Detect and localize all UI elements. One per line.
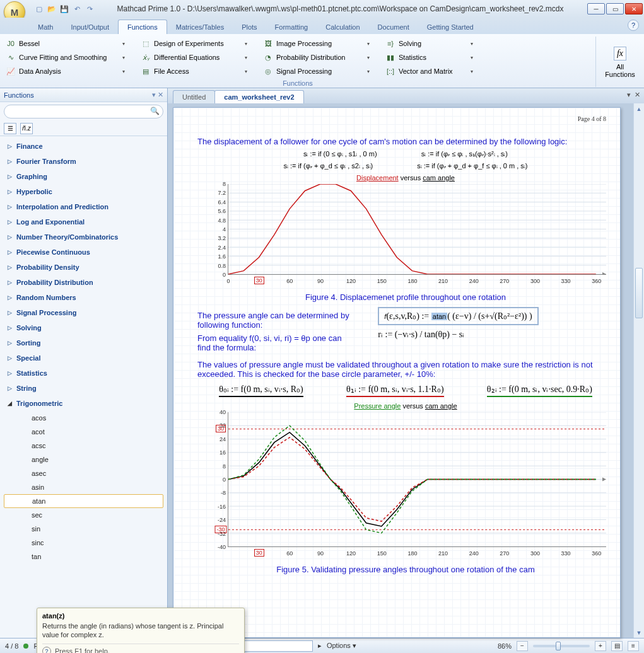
maximize-button[interactable]: ▭ — [606, 3, 624, 14]
function-tan[interactable]: tan — [0, 550, 167, 563]
category-trigonometric[interactable]: ◢Trigonometric — [0, 396, 167, 411]
zoom-slider[interactable] — [533, 645, 590, 647]
view-draft-icon[interactable]: ≡ — [628, 641, 639, 651]
ribbon-image-processing[interactable]: 🖼Image Processing▾ — [262, 37, 370, 50]
chart2-title: Pressure angle versus cam angle — [197, 402, 614, 410]
ribbon-tab-calculation[interactable]: Calculation — [317, 20, 368, 34]
filter-alpha-icon[interactable]: ñ.z — [20, 123, 33, 134]
function-angle[interactable]: angle — [0, 453, 167, 466]
function-search-input[interactable] — [4, 105, 163, 118]
ribbon-all-functions[interactable]: fx All Functions — [601, 37, 639, 88]
function-tooltip: atan(z) Returns the angle (in radians) w… — [37, 608, 245, 653]
ribbon-bessel[interactable]: J0Bessel▾ — [5, 37, 125, 50]
ribbon-tab-formatting[interactable]: Formatting — [266, 20, 317, 34]
minimize-button[interactable]: ─ — [587, 3, 605, 14]
window-title: Mathcad Prime 1.0 - D:\Users\mawalker\.w… — [95, 4, 586, 13]
diffeq-icon: ẋᵧ — [140, 52, 151, 63]
qat-save-icon[interactable]: 💾 — [59, 4, 69, 14]
ribbon-tab-plots[interactable]: Plots — [233, 20, 266, 34]
ribbon-file-access[interactable]: ▤File Access▾ — [140, 64, 247, 78]
doc-tab-camworksheetrev2[interactable]: cam_worksheet_rev2 — [214, 90, 303, 103]
function-asin[interactable]: asin — [0, 480, 167, 494]
category-probabilitydensity[interactable]: ▷Probability Density — [0, 260, 167, 275]
function-sinc[interactable]: sinc — [0, 536, 167, 550]
function-asec[interactable]: asec — [0, 466, 167, 480]
function-sec[interactable]: sec — [0, 508, 167, 522]
category-special[interactable]: ▷Special — [0, 350, 167, 366]
solving-icon: ≡} — [385, 38, 396, 49]
options-dropdown[interactable]: Options ▾ — [327, 642, 356, 650]
filter-list-icon[interactable]: ☰ — [4, 123, 16, 134]
category-solving[interactable]: ▷Solving — [0, 320, 167, 335]
sidepanel-title: Functions — [4, 91, 34, 99]
close-button[interactable]: ✕ — [625, 3, 643, 14]
ribbon-diffeq[interactable]: ẋᵧDifferential Equations▾ — [140, 50, 247, 64]
ribbon-curve-fitting[interactable]: ∿Curve Fitting and Smoothing▾ — [5, 50, 125, 64]
ribbon-statistics[interactable]: ▮▮Statistics▾ — [385, 50, 473, 64]
ribbon-tab-document[interactable]: Document — [369, 20, 418, 34]
category-randomnumbers[interactable]: ▷Random Numbers — [0, 290, 167, 305]
category-string[interactable]: ▷String — [0, 381, 167, 396]
category-fouriertransform[interactable]: ▷Fourier Transform — [0, 154, 167, 169]
ribbon-tab-math[interactable]: Math — [29, 20, 62, 34]
ribbon-data-analysis[interactable]: 📈Data Analysis▾ — [5, 64, 125, 78]
zoom-out-button[interactable]: − — [517, 641, 528, 651]
zoom-in-button[interactable]: + — [595, 641, 606, 651]
pin-icon[interactable]: ▾ ✕ — [152, 91, 163, 99]
tooltip-body: Returns the angle (in radians) whose tan… — [42, 621, 239, 640]
function-acot[interactable]: acot — [0, 425, 167, 439]
qat-redo-icon[interactable]: ↷ — [85, 4, 95, 14]
category-sorting[interactable]: ▷Sorting — [0, 335, 167, 350]
tooltip-footer: Press F1 for help. — [55, 647, 110, 653]
function-acsc[interactable]: acsc — [0, 439, 167, 453]
category-numbertheorycombinatorics[interactable]: ▷Number Theory/Combinatorics — [0, 229, 167, 245]
data-icon: 📈 — [5, 66, 16, 77]
category-finance[interactable]: ▷Finance — [0, 139, 167, 154]
function-sin[interactable]: sin — [0, 522, 167, 536]
ribbon-tab-gettingstarted[interactable]: Getting Started — [418, 20, 483, 34]
vertical-scrollbar[interactable]: ▲▼ — [633, 103, 644, 638]
category-statistics[interactable]: ▷Statistics — [0, 366, 167, 381]
doe-icon: ⬚ — [140, 38, 151, 49]
curve-icon: ∿ — [5, 52, 16, 63]
category-piecewisecontinuous[interactable]: ▷Piecewise Continuous — [0, 245, 167, 260]
vector-icon: [::] — [385, 66, 396, 77]
document-page[interactable]: Page 4 of 8 The displacement of a follow… — [173, 107, 621, 638]
ribbon-probability[interactable]: ◔Probability Distribution▾ — [262, 50, 370, 64]
category-signalprocessing[interactable]: ▷Signal Processing — [0, 305, 167, 320]
function-acos[interactable]: acos — [0, 411, 167, 425]
ribbon-signal[interactable]: ◎Signal Processing▾ — [262, 64, 370, 78]
category-probabilitydistribution[interactable]: ▷Probability Distribution — [0, 275, 167, 290]
help-button[interactable]: ? — [628, 20, 639, 31]
qat-undo-icon[interactable]: ↶ — [72, 4, 82, 14]
qat-open-icon[interactable]: 📂 — [47, 4, 57, 14]
figure4-caption: Figure 4. Displacemenet profile througho… — [197, 292, 614, 302]
category-graphing[interactable]: ▷Graphing — [0, 169, 167, 184]
replace-next-icon[interactable]: ▸ — [318, 642, 322, 650]
pressure-chart: 4032241680-8-16-24-32-403060901201501802… — [197, 412, 614, 563]
status-page: 4 / 8 — [5, 642, 18, 650]
category-interpolationandprediction[interactable]: ▷Interpolation and Prediction — [0, 199, 167, 214]
ribbon-vector[interactable]: [::]Vector and Matrix▾ — [385, 64, 473, 78]
validation-text: The values of pressure angle must be val… — [197, 360, 614, 379]
search-icon[interactable]: 🔍 — [150, 107, 160, 115]
view-page-icon[interactable]: ▤ — [611, 641, 623, 651]
ribbon-tab-matricestables[interactable]: Matrices/Tables — [167, 20, 233, 34]
ribbon-tab-functions[interactable]: Functions — [118, 20, 167, 34]
tab-dropdown-icon[interactable]: ▾ — [627, 91, 631, 99]
ribbon-tab-inputoutput[interactable]: Input/Output — [62, 20, 118, 34]
doc-tab-untitled[interactable]: Untitled — [173, 90, 215, 103]
category-logandexponential[interactable]: ▷Log and Exponential — [0, 214, 167, 229]
stats-icon: ▮▮ — [385, 52, 396, 63]
ribbon-solving[interactable]: ≡}Solving▾ — [385, 37, 473, 50]
ribbon-group-label: Functions — [5, 79, 590, 87]
function-atan[interactable]: atan — [4, 494, 163, 508]
eq-theta0: θ₀ᵢ := f(0 m, sᵢ, vᵢ·s, R₀) — [219, 384, 303, 397]
zoom-value: 86% — [498, 642, 512, 650]
figure5-caption: Figure 5. Validating pressure angles thr… — [197, 565, 614, 574]
qat-new-icon[interactable]: ▢ — [34, 4, 44, 14]
ribbon-doe[interactable]: ⬚Design of Experiments▾ — [140, 37, 247, 50]
category-hyperbolic[interactable]: ▷Hyperbolic — [0, 184, 167, 199]
bessel-icon: J0 — [5, 38, 16, 49]
tab-close-icon[interactable]: ✕ — [635, 91, 640, 99]
